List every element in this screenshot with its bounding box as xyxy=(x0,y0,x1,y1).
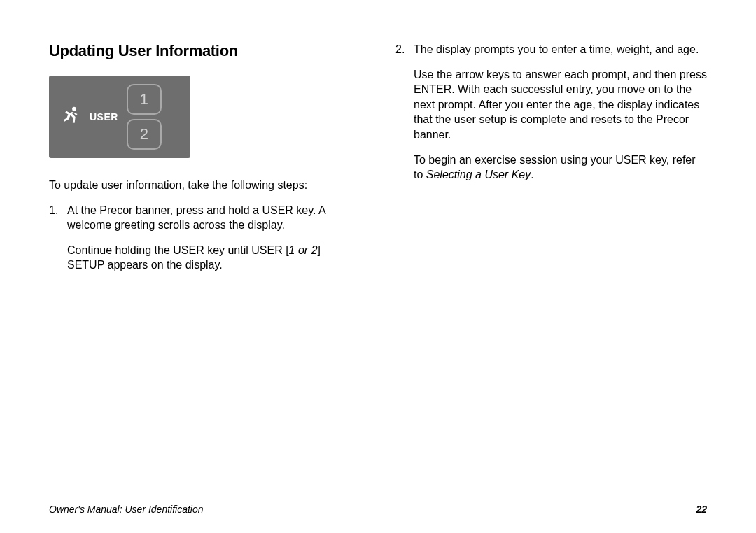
step-1-b-emphasis: 1 or 2 xyxy=(289,244,318,256)
step-2: The display prompts you to enter a time,… xyxy=(396,42,707,183)
runner-icon xyxy=(57,101,84,133)
content-columns: Updating User Information USER 1 2 To up… xyxy=(49,42,707,476)
step-2-text-b: Use the arrow keys to answer each prompt… xyxy=(414,67,707,143)
user-button-1: 1 xyxy=(127,84,162,115)
right-column: The display prompts you to enter a time,… xyxy=(396,42,707,476)
user-button-2: 2 xyxy=(127,119,162,150)
user-key-diagram: USER 1 2 xyxy=(49,76,190,158)
diagram-buttons: 1 2 xyxy=(127,84,162,150)
step-2-text-a: The display prompts you to enter a time,… xyxy=(414,43,699,55)
footer-page-number: 22 xyxy=(696,504,707,515)
step-2-text-c: To begin an exercise session using your … xyxy=(414,152,707,183)
step-1-text-b: Continue holding the USER key until USER… xyxy=(67,243,360,273)
svg-point-0 xyxy=(72,107,76,111)
step-1-b-pre: Continue holding the USER key until USER… xyxy=(67,244,289,256)
page-footer: Owner's Manual: User Identification 22 xyxy=(49,504,707,515)
step-1-text-a: At the Precor banner, press and hold a U… xyxy=(67,204,326,232)
footer-doc-title: Owner's Manual: User Identification xyxy=(49,504,204,515)
left-column: Updating User Information USER 1 2 To up… xyxy=(49,42,360,476)
step-2-c-post: . xyxy=(531,169,533,180)
steps-list-left: At the Precor banner, press and hold a U… xyxy=(49,203,360,273)
step-1: At the Precor banner, press and hold a U… xyxy=(49,203,360,273)
step-2-c-emphasis: Selecting a User Key xyxy=(426,169,531,180)
intro-text: To update user information, take the fol… xyxy=(49,178,360,193)
section-heading: Updating User Information xyxy=(49,42,360,60)
steps-list-right: The display prompts you to enter a time,… xyxy=(396,42,707,183)
diagram-user-label: USER xyxy=(90,111,118,122)
